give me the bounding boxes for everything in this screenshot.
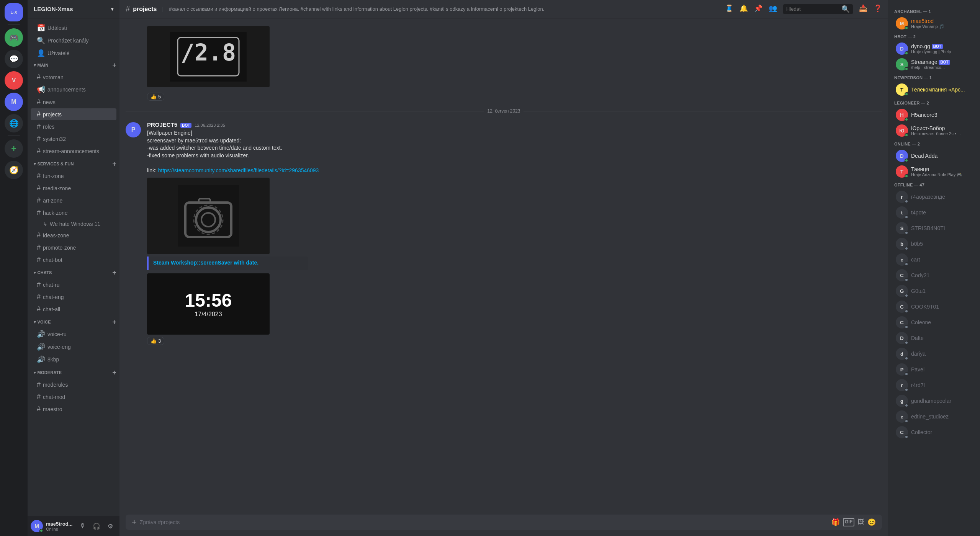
channel-art-zone[interactable]: # art-zone bbox=[31, 194, 116, 206]
channel-moderules[interactable]: # moderules bbox=[31, 379, 116, 391]
server-icon-2[interactable]: 🎮 bbox=[5, 28, 23, 47]
channel-item-browse[interactable]: 🔍 Procházet kanály bbox=[31, 34, 116, 47]
add-channel-main[interactable]: + bbox=[112, 61, 116, 69]
member-item-offline-dalte[interactable]: D Dalte bbox=[891, 330, 977, 346]
category-services[interactable]: ▾ SERVICES & FUN + bbox=[28, 159, 119, 170]
member-item-h5ancore[interactable]: H H5ancore3 bbox=[891, 107, 977, 123]
member-item-offline-4[interactable]: b b0b5 bbox=[891, 236, 977, 252]
channel-chat-ru[interactable]: # chat-ru bbox=[31, 279, 116, 291]
channel-ideas-zone[interactable]: # ideas-zone bbox=[31, 229, 116, 241]
boost-icon[interactable]: 🧵 bbox=[725, 4, 733, 14]
server-icon-4[interactable]: V bbox=[5, 71, 23, 90]
channel-projects[interactable]: # projects bbox=[31, 108, 116, 120]
member-item-telekompaniya[interactable]: Т Телекомпания «Арс... bbox=[891, 82, 977, 97]
add-channel-chats[interactable]: + bbox=[112, 269, 116, 277]
message-input[interactable] bbox=[140, 515, 828, 530]
member-item-dyno[interactable]: D dyno.gg BOT Hraje dyno.gg | ?help bbox=[891, 41, 977, 56]
pin-icon[interactable]: 📌 bbox=[754, 4, 762, 14]
channel-announcements[interactable]: 📢 announcements bbox=[31, 83, 116, 96]
member-item-offline-coleone[interactable]: C Coleone bbox=[891, 315, 977, 330]
server-icon-add[interactable]: + bbox=[5, 139, 23, 158]
member-item-offline-3[interactable]: S STRISB4N0TI bbox=[891, 221, 977, 236]
member-avatar-offline-3: S bbox=[896, 222, 908, 234]
channel-fun-zone[interactable]: # fun-zone bbox=[31, 170, 116, 182]
channel-chat-bot[interactable]: # chat-bot bbox=[31, 254, 116, 266]
inbox-icon[interactable]: 📥 bbox=[859, 4, 867, 14]
offline-dot-edtine bbox=[905, 419, 908, 423]
sticker-icon[interactable]: 🖼 bbox=[857, 518, 864, 526]
server-icon-3[interactable]: 💬 bbox=[5, 50, 23, 68]
channel-voice-eng[interactable]: 🔊 voice-eng bbox=[31, 341, 116, 353]
channel-item-users[interactable]: 👤 Uživatelé bbox=[31, 47, 116, 59]
current-user-avatar[interactable]: M bbox=[31, 520, 43, 532]
add-channel-voice[interactable]: + bbox=[112, 318, 116, 326]
member-item-yurist[interactable]: Ю Юрист-Бобор Не отвечает более 2ч • ... bbox=[891, 123, 977, 138]
channel-system32[interactable]: # system32 bbox=[31, 133, 116, 145]
embed-title[interactable]: Steam Workshop::screenSaver with date. bbox=[153, 260, 303, 266]
search-input[interactable] bbox=[786, 6, 840, 12]
message-reaction[interactable]: 👍 3 bbox=[147, 337, 164, 345]
member-item-offline-6[interactable]: C Cody21 bbox=[891, 268, 977, 283]
member-item-dead-adda[interactable]: D Dead Adda bbox=[891, 148, 977, 163]
member-item-offline-dariya[interactable]: d dariya bbox=[891, 346, 977, 361]
category-main[interactable]: ▾ MAIN + bbox=[28, 60, 119, 71]
members-icon[interactable]: 👥 bbox=[769, 4, 777, 14]
help-icon[interactable]: ❓ bbox=[874, 4, 882, 14]
channel-chat-all[interactable]: # chat-all bbox=[31, 303, 116, 315]
channel-we-hate-windows[interactable]: ↳ We hate Windows 11 bbox=[37, 219, 116, 229]
server-icon-explore[interactable]: 🧭 bbox=[5, 161, 23, 179]
member-item-offline-8[interactable]: C COOK9T01 bbox=[891, 299, 977, 314]
channel-maestro[interactable]: # maestro bbox=[31, 403, 116, 415]
offline-coleone-name: Coleone bbox=[911, 319, 974, 325]
channel-item-events[interactable]: 📅 Události bbox=[31, 22, 116, 34]
settings-button[interactable]: ⚙ bbox=[104, 520, 116, 532]
member-item-offline-r4rd7l[interactable]: r r4rd7l bbox=[891, 377, 977, 393]
microphone-button[interactable]: 🎙 bbox=[77, 520, 89, 532]
prev-reaction[interactable]: 👍 5 bbox=[147, 93, 164, 101]
member-item-offline-collector[interactable]: C Collector bbox=[891, 425, 977, 440]
steam-link[interactable]: https://steamcommunity.com/sharedfiles/f… bbox=[158, 167, 319, 173]
server-icon-legion[interactable]: L-X bbox=[5, 3, 23, 21]
member-item-offline-gund[interactable]: g gundhamopoolar bbox=[891, 393, 977, 409]
channel-media-zone[interactable]: # media-zone bbox=[31, 182, 116, 194]
channel-votoman[interactable]: # votoman bbox=[31, 71, 116, 83]
add-channel-services[interactable]: + bbox=[112, 160, 116, 168]
channel-hack-zone[interactable]: # hack-zone bbox=[31, 207, 116, 219]
member-item-offline-pavel[interactable]: P Pavel bbox=[891, 362, 977, 377]
server-icon-5[interactable]: M bbox=[5, 93, 23, 111]
category-chats[interactable]: ▾ CHATS + bbox=[28, 267, 119, 278]
channel-chat-eng[interactable]: # chat-eng bbox=[31, 291, 116, 303]
member-item-taincha[interactable]: Т Таинця Hraje Arizona Role Play 🎮 bbox=[891, 164, 977, 179]
channel-voice-ru[interactable]: 🔊 voice-ru bbox=[31, 328, 116, 340]
channel-stream-announcements[interactable]: # stream-announcements bbox=[31, 145, 116, 157]
user-controls: 🎙 🎧 ⚙ bbox=[77, 520, 116, 532]
add-channel-moderate[interactable]: + bbox=[112, 369, 116, 377]
server-icon-6[interactable]: 🌐 bbox=[5, 114, 23, 132]
gif-icon[interactable]: GIF bbox=[843, 518, 854, 526]
category-voice[interactable]: ▾ VOICE + bbox=[28, 317, 119, 328]
channel-roles[interactable]: # roles bbox=[31, 121, 116, 132]
channel-chat-mod[interactable]: # chat-mod bbox=[31, 391, 116, 403]
member-item-offline-2[interactable]: t t4pote bbox=[891, 205, 977, 220]
emoji-icon[interactable]: 😊 bbox=[867, 518, 876, 526]
member-item-offline-7[interactable]: G G0tu1 bbox=[891, 283, 977, 299]
headphones-button[interactable]: 🎧 bbox=[90, 520, 103, 532]
message-avatar-project5[interactable]: P bbox=[126, 122, 141, 137]
channel-news[interactable]: # news bbox=[31, 96, 116, 108]
member-item-offline-edtine[interactable]: e edtine_studioez bbox=[891, 409, 977, 424]
section-moderate: ▾ MODERATE + # moderules # chat-mod # ma… bbox=[28, 367, 119, 415]
server-header[interactable]: LEGION-Xmas ▾ bbox=[28, 0, 119, 18]
member-item-streamlabs[interactable]: S Streamage BOT /help - streamco... bbox=[891, 57, 977, 72]
member-item-offline-5[interactable]: c cart bbox=[891, 252, 977, 267]
mute-icon[interactable]: 🔔 bbox=[739, 4, 748, 14]
member-item-mae5trod[interactable]: M mae5trod Hraje Winamp 🎵 bbox=[891, 16, 977, 31]
search-box[interactable]: 🔍 bbox=[783, 4, 853, 14]
member-avatar-offline-6: C bbox=[896, 269, 908, 281]
category-moderate[interactable]: ▾ MODERATE + bbox=[28, 367, 119, 378]
channel-8kbp[interactable]: 🔊 8kbp bbox=[31, 353, 116, 366]
section-chats: ▾ CHATS + # chat-ru # chat-eng # chat-al… bbox=[28, 267, 119, 315]
member-item-offline-1[interactable]: г г4аоразевнде bbox=[891, 189, 977, 204]
upload-icon[interactable]: + bbox=[132, 517, 137, 527]
channel-promote-zone[interactable]: # promote-zone bbox=[31, 242, 116, 253]
gift-icon[interactable]: 🎁 bbox=[831, 518, 840, 526]
